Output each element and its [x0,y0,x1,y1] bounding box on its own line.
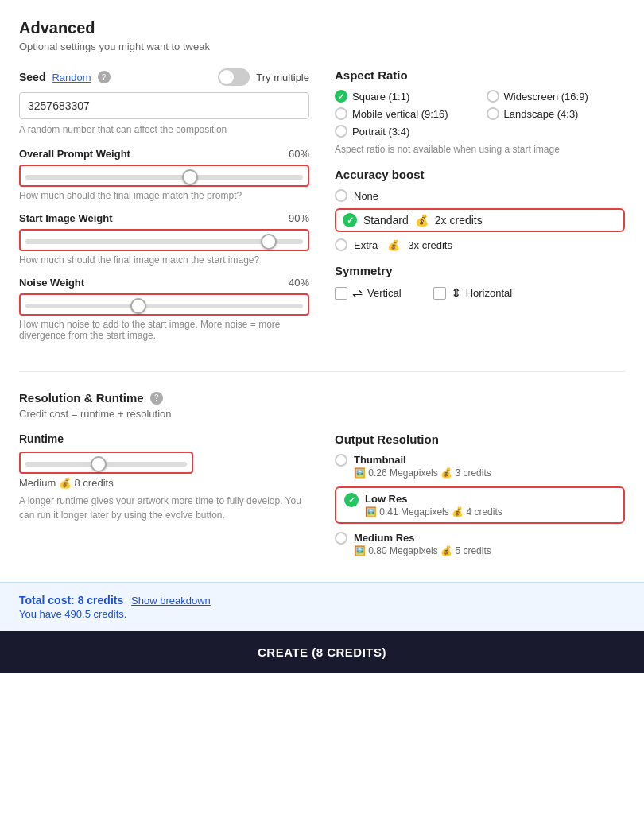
breakdown-link[interactable]: Show breakdown [131,595,211,607]
output-thumbnail-label: Thumbnail [354,454,491,466]
output-low-res-detail: 🖼️ 0.41 Megapixels 💰 4 credits [365,506,502,517]
aspect-ratio-square[interactable]: Square (1:1) [335,90,474,103]
accuracy-boost-options: None Standard 💰 2x credits Extra 💰 3x cr… [335,189,625,251]
symmetry-title: Symmetry [335,264,625,277]
runtime-medium-label: Medium 💰 8 credits [19,477,309,489]
aspect-ratio-square-label: Square (1:1) [352,91,409,103]
start-image-weight-label: Start Image Weight [19,212,113,224]
resolution-runtime-subtitle: Credit cost = runtime + resolution [19,408,625,420]
noise-weight-slider[interactable] [25,304,303,308]
symmetry-horizontal[interactable]: ⇕ Horizontal [433,285,513,300]
credits-line: You have 490.5 credits. [19,608,625,620]
runtime-slider[interactable] [25,462,187,467]
aspect-ratio-options: Square (1:1) Widescreen (16:9) Mobile ve… [335,90,625,138]
output-medium-res-coin: 💰 [440,545,452,556]
accuracy-extra-coin-icon: 💰 [387,239,400,251]
output-thumbnail-detail: 🖼️ 0.26 Megapixels 💰 3 credits [354,467,491,479]
aspect-ratio-landscape-label: Landscape (4:3) [504,108,579,120]
aspect-ratio-landscape-radio[interactable] [487,107,499,120]
page-title: Advanced [19,19,625,37]
aspect-ratio-widescreen-label: Widescreen (16:9) [504,91,588,103]
seed-random-link[interactable]: Random [52,72,91,83]
accuracy-extra[interactable]: Extra 💰 3x credits [335,238,625,251]
overall-prompt-weight-hint: How much should the final image match th… [19,190,309,201]
symmetry-vertical[interactable]: ⇌ Vertical [335,285,402,300]
output-low-res[interactable]: Low Res 🖼️ 0.41 Megapixels 💰 4 credits [335,486,625,524]
output-medium-res-radio[interactable] [335,532,347,545]
aspect-ratio-mobile-label: Mobile vertical (9:16) [352,108,448,120]
aspect-ratio-portrait-radio[interactable] [335,125,347,138]
output-low-res-image-icon: 🖼️ [365,506,377,517]
overall-prompt-weight-slider[interactable] [25,175,303,180]
symmetry-vertical-checkbox[interactable] [335,287,347,300]
aspect-ratio-portrait-label: Portrait (3:4) [352,126,409,138]
output-thumbnail-coin: 💰 [440,467,452,479]
accuracy-standard-check [343,213,357,227]
runtime-credits: 8 credits [75,477,114,489]
noise-weight-hint: How much noise to add to the start image… [19,319,309,341]
accuracy-extra-radio[interactable] [335,238,347,251]
output-medium-res-image-icon: 🖼️ [354,545,366,556]
symmetry-options: ⇌ Vertical ⇕ Horizontal [335,285,625,300]
page-subtitle: Optional settings you might want to twea… [19,41,625,52]
section-divider [19,371,625,372]
aspect-ratio-note: Aspect ratio is not available when using… [335,144,625,155]
output-thumbnail-image-icon: 🖼️ [354,467,366,479]
output-thumbnail-radio[interactable] [335,454,347,467]
symmetry-horizontal-label: Horizontal [466,287,513,299]
overall-prompt-weight-value: 60% [289,148,309,160]
total-cost-label: Total cost: 8 credits [19,594,123,607]
accuracy-none-radio[interactable] [335,189,347,202]
accuracy-extra-credits: 3x credits [408,239,452,251]
try-multiple-toggle[interactable] [218,68,250,86]
output-thumbnail[interactable]: Thumbnail 🖼️ 0.26 Megapixels 💰 3 credits [335,454,625,479]
output-thumbnail-content: Thumbnail 🖼️ 0.26 Megapixels 💰 3 credits [354,454,491,479]
accuracy-none[interactable]: None [335,189,625,202]
aspect-ratio-title: Aspect Ratio [335,68,625,82]
output-medium-res[interactable]: Medium Res 🖼️ 0.80 Megapixels 💰 5 credit… [335,532,625,556]
output-medium-res-content: Medium Res 🖼️ 0.80 Megapixels 💰 5 credit… [354,532,491,556]
total-cost-bar: Total cost: 8 credits Show breakdown You… [0,582,644,631]
accuracy-standard-credits: 2x credits [435,214,483,227]
symmetry-vertical-icon: ⇌ [352,285,363,300]
output-low-res-check [344,493,359,507]
output-low-res-content: Low Res 🖼️ 0.41 Megapixels 💰 4 credits [365,493,502,517]
output-low-res-coin: 💰 [452,506,464,517]
symmetry-vertical-label: Vertical [367,287,402,299]
runtime-value-label: Medium [19,477,56,489]
aspect-ratio-square-radio[interactable] [335,90,347,103]
aspect-ratio-mobile-vertical[interactable]: Mobile vertical (9:16) [335,107,474,120]
aspect-ratio-widescreen[interactable]: Widescreen (16:9) [487,90,626,103]
accuracy-standard-label: Standard [363,214,409,227]
runtime-label: Runtime [19,432,309,445]
seed-hint: A random number that can affect the comp… [19,124,309,135]
seed-help-icon[interactable]: ? [98,71,111,83]
try-multiple-label: Try multiple [256,72,309,83]
output-medium-res-label: Medium Res [354,532,491,544]
symmetry-horizontal-checkbox[interactable] [433,287,446,300]
start-image-weight-slider[interactable] [25,239,303,244]
runtime-hint: A longer runtime gives your artwork more… [19,494,309,522]
total-cost-line: Total cost: 8 credits Show breakdown [19,594,625,607]
overall-prompt-weight-label: Overall Prompt Weight [19,148,130,160]
runtime-coin-icon: 💰 [59,477,75,489]
accuracy-standard[interactable]: Standard 💰 2x credits [335,208,625,232]
resolution-runtime-help-icon[interactable]: ? [150,392,163,405]
aspect-ratio-widescreen-radio[interactable] [487,90,499,103]
start-image-weight-value: 90% [289,212,309,224]
resolution-runtime-title: Resolution & Runtime [19,391,144,405]
create-button[interactable]: CREATE (8 CREDITS) [0,631,644,673]
output-medium-res-detail: 🖼️ 0.80 Megapixels 💰 5 credits [354,545,491,556]
accuracy-extra-label: Extra [354,239,378,251]
accuracy-standard-coin-icon: 💰 [415,214,429,227]
output-resolution-options: Thumbnail 🖼️ 0.26 Megapixels 💰 3 credits… [335,454,625,556]
output-resolution-title: Output Resolution [335,432,625,446]
seed-input[interactable] [19,92,309,119]
aspect-ratio-mobile-radio[interactable] [335,107,347,120]
start-image-weight-hint: How much should the final image match th… [19,254,309,266]
accuracy-none-label: None [354,190,378,202]
aspect-ratio-landscape[interactable]: Landscape (4:3) [487,107,626,120]
symmetry-horizontal-icon: ⇕ [451,285,461,300]
aspect-ratio-portrait[interactable]: Portrait (3:4) [335,125,474,138]
seed-label: Seed [19,71,45,83]
